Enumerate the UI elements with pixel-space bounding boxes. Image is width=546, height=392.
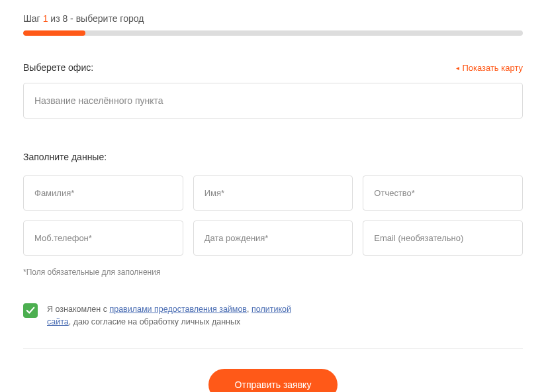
step-rest: из 8 - выберите город [48, 13, 144, 24]
progress-fill [23, 30, 85, 36]
last-name-input[interactable] [23, 175, 183, 211]
progress-bar [23, 30, 523, 36]
first-name-input[interactable] [193, 175, 353, 211]
required-note: *Поля обязательные для заполнения [23, 268, 523, 277]
check-icon [26, 306, 35, 315]
form-grid [23, 175, 523, 256]
form-title: Заполните данные: [23, 152, 523, 162]
city-input[interactable] [23, 83, 523, 119]
show-map-link[interactable]: ◂ Показать карту [456, 63, 523, 73]
consent-checkbox[interactable] [23, 303, 38, 318]
loan-rules-link[interactable]: правилами предоставления займов [109, 305, 247, 314]
step-prefix: Шаг [23, 13, 43, 24]
consent-text: Я ознакомлен с правилами предоставления … [47, 303, 298, 328]
patronymic-input[interactable] [363, 175, 523, 211]
birthdate-input[interactable] [193, 220, 353, 256]
submit-button[interactable]: Отправить заявку [208, 369, 338, 393]
map-link-text: Показать карту [462, 63, 523, 73]
phone-input[interactable] [23, 220, 183, 256]
consent-row: Я ознакомлен с правилами предоставления … [23, 303, 523, 349]
email-input[interactable] [363, 220, 523, 256]
step-header: Шаг 1 из 8 - выберите город [23, 13, 523, 24]
office-label: Выберете офис: [23, 62, 93, 73]
arrow-left-icon: ◂ [456, 64, 459, 72]
